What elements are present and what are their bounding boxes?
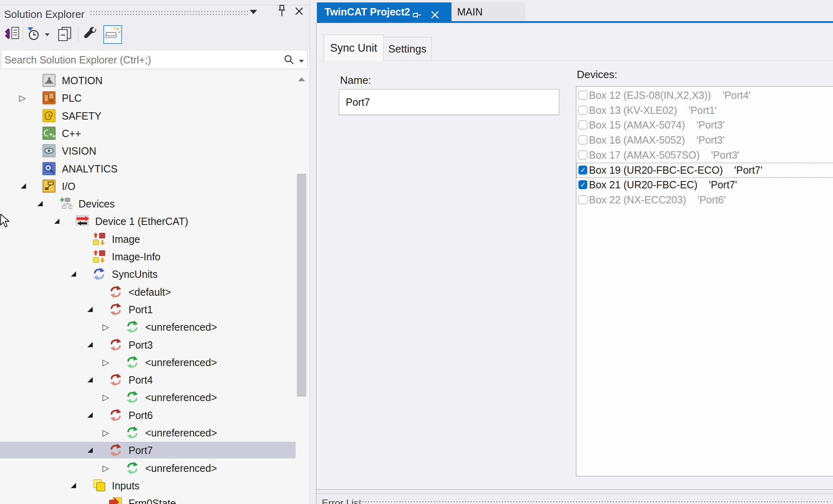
tree-item-label: Port1 — [129, 301, 153, 319]
tree-row[interactable]: Port7 — [0, 441, 310, 459]
document-tab-main[interactable]: MAIN — [451, 2, 526, 21]
tree-item-label: <default> — [129, 283, 171, 301]
frm-icon — [109, 496, 122, 504]
tree-row[interactable]: MOTION — [0, 72, 310, 89]
tree-row[interactable]: Image — [0, 230, 310, 248]
tree-item-label: <unreferenced> — [145, 318, 217, 336]
expanded-icon[interactable] — [87, 447, 93, 453]
tree-row[interactable]: Devices — [0, 195, 310, 213]
device-checkbox[interactable] — [578, 135, 587, 144]
device-checkbox[interactable] — [578, 151, 587, 159]
tree-item-label: Inputs — [112, 477, 140, 495]
device-row[interactable]: Box 22 (NX-ECC203)'Port6' — [576, 192, 833, 207]
expanded-icon[interactable] — [87, 342, 93, 347]
tree-item-label: C++ — [62, 124, 81, 142]
tab-sync-unit[interactable]: Sync Unit — [324, 35, 384, 61]
scrollbar-thumb[interactable] — [297, 174, 306, 397]
expanded-icon[interactable] — [54, 218, 59, 224]
devices-label: Devices: — [577, 68, 617, 81]
tree-item-label: <unreferenced> — [145, 459, 217, 477]
tab-label: TwinCAT Project2 — [325, 2, 410, 21]
tree-row[interactable]: Port6 — [0, 406, 310, 424]
tree-row[interactable]: ▷PLC — [0, 89, 310, 107]
sync-blue-icon — [92, 267, 106, 281]
sync-red-icon — [109, 373, 122, 386]
vision-icon — [42, 144, 56, 157]
name-label: Name: — [340, 74, 371, 87]
devices-icon — [59, 197, 72, 210]
tree-item-label: ANALYTICS — [62, 160, 118, 178]
collapsed-icon[interactable]: ▷ — [102, 424, 109, 442]
name-input[interactable] — [339, 89, 559, 115]
tree-row[interactable]: <default> — [0, 283, 310, 301]
tree-row[interactable]: C++ — [0, 124, 310, 142]
expanded-icon[interactable] — [87, 412, 93, 418]
device-row[interactable]: ✓Box 19 (UR20-FBC-EC-ECO)'Port7' — [576, 163, 833, 178]
tree-row[interactable]: Device 1 (EtherCAT) — [0, 212, 310, 230]
motion-icon — [42, 74, 56, 87]
device-row[interactable]: Box 15 (AMAX-5074)'Port3' — [576, 118, 833, 133]
tree-row[interactable]: Port4 — [0, 371, 310, 389]
device-checkbox[interactable] — [578, 91, 587, 100]
tree-row[interactable]: ▷<unreferenced> — [0, 318, 310, 336]
devices-listbox[interactable]: Box 12 (EJS-08(IN,X2,X3))'Port4'Box 13 (… — [576, 86, 833, 476]
device-port: 'Port3' — [696, 134, 724, 146]
expanded-icon[interactable] — [21, 183, 26, 189]
tree-item-label: SAFETY — [62, 107, 101, 125]
tree-item-label: <unreferenced> — [145, 424, 217, 442]
tree-row[interactable]: ▷<unreferenced> — [0, 353, 310, 371]
device-row[interactable]: Box 12 (EJS-08(IN,X2,X3))'Port4' — [576, 88, 833, 103]
tree-item-label: Port3 — [129, 336, 153, 354]
collapsed-icon[interactable]: ▷ — [102, 318, 109, 336]
tree-row[interactable]: ▷<unreferenced> — [0, 424, 310, 442]
sync-red-icon — [109, 303, 122, 316]
device-label: Box 13 (KV-XLE02) — [589, 105, 677, 116]
tree-row[interactable]: Image-Info — [0, 248, 310, 266]
expanded-icon[interactable] — [71, 483, 76, 488]
device-label: Box 17 (AMAX-5057SO) — [589, 149, 700, 161]
expanded-icon[interactable] — [37, 201, 43, 206]
cpp-icon — [42, 127, 56, 140]
expanded-icon[interactable] — [87, 377, 93, 382]
collapsed-icon[interactable]: ▷ — [102, 353, 109, 371]
tree-row[interactable]: ▷<unreferenced> — [0, 459, 310, 477]
tree-row[interactable]: Inputs — [0, 477, 310, 495]
plc-icon — [42, 91, 56, 105]
device-checkbox[interactable] — [578, 120, 587, 129]
expanded-icon[interactable] — [71, 271, 76, 277]
collapsed-icon[interactable]: ▷ — [102, 388, 109, 406]
device-checkbox[interactable] — [578, 106, 587, 115]
tree-row[interactable]: Frm0State — [0, 494, 310, 504]
device-label: Box 22 (NX-ECC203) — [589, 194, 686, 205]
document-tab-twincat-project2[interactable]: TwinCAT Project2 — [317, 2, 451, 21]
sync-green-icon — [126, 461, 139, 475]
tab-settings[interactable]: Settings — [384, 37, 432, 61]
device-row[interactable]: Box 16 (AMAX-5052)'Port3' — [576, 133, 833, 148]
device-row[interactable]: Box 17 (AMAX-5057SO)'Port3' — [576, 148, 833, 163]
tree-row[interactable]: ANALYTICS — [0, 160, 310, 178]
sync-green-icon — [126, 426, 139, 439]
tree-row[interactable]: ▷<unreferenced> — [0, 388, 310, 406]
device-checkbox[interactable]: ✓ — [578, 180, 587, 189]
collapsed-icon[interactable]: ▷ — [19, 89, 26, 107]
sync-red-icon — [109, 443, 122, 457]
scroll-up-icon[interactable] — [298, 76, 305, 83]
device-label: Box 19 (UR20-FBC-EC-ECO) — [589, 164, 723, 176]
sync-green-icon — [126, 320, 139, 334]
error-list-drag-handle[interactable] — [353, 500, 830, 504]
tree-row[interactable]: SyncUnits — [0, 265, 310, 283]
expanded-icon[interactable] — [87, 307, 93, 312]
tree-row[interactable]: Port1 — [0, 301, 310, 319]
tree-row[interactable]: SAFETY — [0, 107, 310, 125]
device-row[interactable]: Box 13 (KV-XLE02)'Port1' — [576, 103, 833, 118]
device-port: 'Port1' — [689, 105, 717, 116]
device-label: Box 15 (AMAX-5074) — [589, 119, 685, 131]
device-checkbox[interactable] — [578, 195, 587, 204]
tree-row[interactable]: I/O — [0, 177, 310, 195]
tree-row[interactable]: Port3 — [0, 336, 310, 354]
device-row[interactable]: ✓Box 21 (UR20-FBC-EC)'Port7' — [576, 177, 833, 192]
collapsed-icon[interactable]: ▷ — [102, 459, 109, 477]
tree-row[interactable]: VISION — [0, 142, 310, 160]
device-checkbox[interactable]: ✓ — [578, 166, 587, 175]
tree-item-label: Port6 — [129, 406, 153, 424]
